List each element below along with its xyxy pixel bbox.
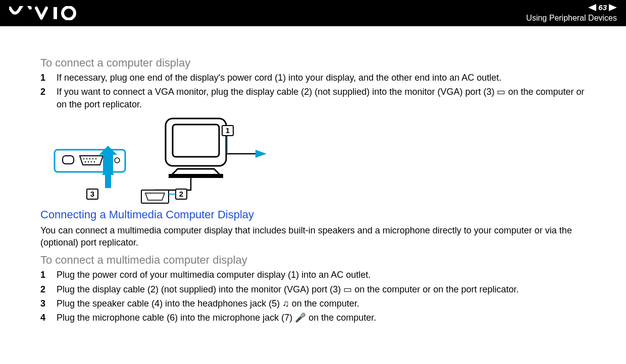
list-item: 2 If you want to connect a VGA monitor, … — [40, 86, 586, 110]
step-text: Plug the speaker cable (4) into the head… — [57, 297, 586, 310]
svg-rect-0 — [54, 7, 57, 19]
step-text: If necessary, plug one end of the displa… — [57, 72, 586, 84]
step-text: Plug the microphone cable (6) into the m… — [57, 312, 586, 324]
list-item: 1 If necessary, plug one end of the disp… — [40, 72, 586, 84]
next-page-icon[interactable] — [609, 4, 617, 11]
svg-point-11 — [85, 161, 86, 162]
intro-text: You can connect a multimedia computer di… — [40, 224, 586, 249]
svg-marker-3 — [609, 4, 617, 11]
page-navigator: 63 — [526, 3, 617, 12]
list-item: 4 Plug the microphone cable (6) into the… — [40, 312, 586, 324]
step-number: 2 — [40, 86, 47, 110]
svg-text:1: 1 — [226, 126, 230, 135]
step-text: Plug the display cable (2) (not supplied… — [57, 283, 586, 295]
step-text: Plug the power cord of your multimedia c… — [57, 269, 586, 281]
sub-heading-1: To connect a computer display — [40, 56, 586, 70]
step-text: If you want to connect a VGA monitor, pl… — [57, 86, 586, 110]
svg-rect-25 — [169, 174, 223, 178]
svg-point-13 — [91, 161, 92, 162]
svg-text:3: 3 — [90, 190, 94, 198]
svg-point-10 — [95, 158, 96, 159]
header-meta: 63 Using Peripheral Devices — [526, 3, 617, 23]
list-item: 2 Plug the display cable (2) (not suppli… — [40, 283, 586, 295]
svg-text:2: 2 — [179, 190, 183, 198]
svg-rect-31 — [141, 190, 169, 203]
connection-diagram: 3 1 2 — [49, 114, 586, 207]
step-number: 1 — [40, 72, 47, 84]
heading-2: Connecting a Multimedia Computer Display — [40, 208, 586, 221]
list-item: 1 Plug the power cord of your multimedia… — [40, 269, 586, 281]
page-number: 63 — [598, 3, 607, 12]
svg-point-8 — [89, 158, 90, 159]
svg-point-14 — [94, 161, 95, 162]
svg-rect-21 — [105, 174, 111, 188]
svg-point-6 — [83, 158, 84, 159]
svg-marker-2 — [588, 4, 596, 11]
svg-marker-27 — [255, 150, 267, 158]
document-body: To connect a computer display 1 If neces… — [0, 26, 626, 324]
step-number: 4 — [40, 312, 47, 324]
header-section-title: Using Peripheral Devices — [526, 13, 617, 23]
svg-point-7 — [86, 158, 87, 159]
svg-rect-24 — [173, 125, 219, 157]
svg-point-1 — [63, 7, 75, 19]
svg-point-12 — [88, 161, 89, 162]
svg-point-9 — [92, 158, 93, 159]
list-item: 3 Plug the speaker cable (4) into the he… — [40, 297, 586, 310]
steps-list-2: 1 Plug the power cord of your multimedia… — [40, 269, 586, 324]
step-number: 1 — [40, 269, 47, 281]
prev-page-icon[interactable] — [588, 4, 596, 11]
step-number: 2 — [40, 283, 47, 295]
vaio-logo — [9, 6, 85, 20]
steps-list-1: 1 If necessary, plug one end of the disp… — [40, 72, 586, 110]
step-number: 3 — [40, 297, 47, 310]
sub-heading-2: To connect a multimedia computer display — [40, 254, 586, 267]
topbar: 63 Using Peripheral Devices — [0, 0, 626, 26]
